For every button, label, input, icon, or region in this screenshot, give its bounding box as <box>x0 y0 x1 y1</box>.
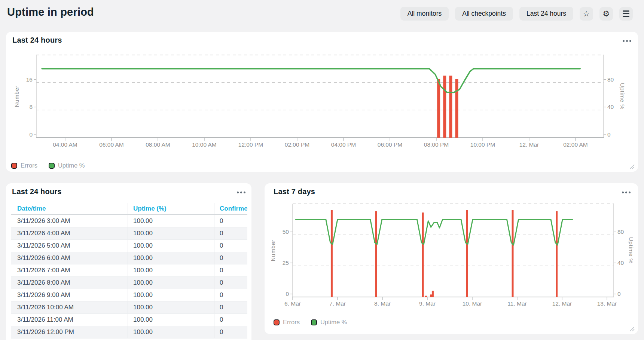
table-row: 3/11/2026 3:00 AM100.000 <box>11 215 247 227</box>
confirmed-errors-cell: 0 <box>214 301 247 313</box>
all-monitors-button[interactable]: All monitors <box>400 7 449 21</box>
confirmed-errors-cell: 0 <box>214 252 247 264</box>
table-row: 3/11/2026 6:00 AM100.000 <box>11 252 247 264</box>
datetime-cell: 3/11/2026 4:00 AM <box>11 227 128 239</box>
svg-text:8. Mar: 8. Mar <box>374 300 391 307</box>
column-header-datetime[interactable]: Date/time <box>11 203 128 214</box>
uptime-cell: 100.00 <box>128 301 214 313</box>
svg-text:0: 0 <box>607 131 611 138</box>
svg-text:12. Mar: 12. Mar <box>519 141 539 148</box>
resize-handle-icon[interactable] <box>629 326 635 331</box>
all-checkpoints-button[interactable]: All checkpoints <box>455 7 513 21</box>
legend-label: Errors <box>283 319 300 326</box>
period-filter-button[interactable]: Last 24 hours <box>519 7 573 21</box>
column-header-uptime[interactable]: Uptime (%) <box>128 203 214 214</box>
svg-text:02:00 PM: 02:00 PM <box>285 141 309 148</box>
settings-button[interactable]: ⚙ <box>599 7 613 21</box>
uptime-swatch-icon <box>49 163 55 169</box>
page-title: Uptime in period <box>7 6 94 18</box>
table-row: 3/11/2026 10:00 AM100.000 <box>11 301 247 314</box>
svg-text:Number: Number <box>270 239 276 261</box>
svg-text:9. Mar: 9. Mar <box>419 300 436 307</box>
table-row: 3/11/2026 4:00 AM100.000 <box>11 227 247 240</box>
svg-text:10. Mar: 10. Mar <box>463 300 482 307</box>
column-header-confirmed[interactable]: Confirme <box>214 203 247 214</box>
legend-label: Uptime % <box>58 162 85 169</box>
star-icon: ☆ <box>583 10 590 18</box>
confirmed-errors-cell: 0 <box>214 326 247 338</box>
svg-text:08:00 PM: 08:00 PM <box>424 141 449 148</box>
legend-item-errors[interactable]: Errors <box>274 319 300 326</box>
uptime-cell: 100.00 <box>128 314 214 326</box>
svg-text:10:00 AM: 10:00 AM <box>192 141 217 148</box>
confirmed-errors-cell: 0 <box>214 264 247 276</box>
card-menu-button[interactable] <box>237 192 245 193</box>
uptime-cell: 100.00 <box>128 215 214 227</box>
uptime-cell: 100.00 <box>128 326 214 338</box>
svg-text:7. Mar: 7. Mar <box>329 300 346 307</box>
datetime-cell: 3/11/2026 9:00 AM <box>11 289 128 301</box>
menu-button[interactable] <box>619 7 633 21</box>
page-header: Uptime in period All monitors All checkp… <box>0 0 644 27</box>
table-row: 3/11/2026 11:00 AM100.000 <box>11 314 247 326</box>
table-header-row: Date/time Uptime (%) Confirme <box>11 203 247 215</box>
svg-text:11. Mar: 11. Mar <box>507 300 527 307</box>
svg-text:04:00 AM: 04:00 AM <box>53 141 77 148</box>
svg-text:80: 80 <box>617 229 624 235</box>
svg-text:08:00 AM: 08:00 AM <box>146 141 170 148</box>
svg-text:50: 50 <box>283 229 289 235</box>
svg-text:0: 0 <box>286 291 289 297</box>
legend-item-uptime[interactable]: Uptime % <box>49 162 85 169</box>
chart-legend: Errors Uptime % <box>274 319 347 326</box>
resize-handle-icon[interactable] <box>629 163 635 169</box>
datetime-cell: 3/11/2026 7:00 AM <box>11 264 128 276</box>
svg-text:16: 16 <box>26 76 33 83</box>
datetime-cell: 3/11/2026 3:00 AM <box>11 215 128 227</box>
confirmed-errors-cell: 0 <box>214 277 247 289</box>
chart-legend: Errors Uptime % <box>11 162 85 169</box>
svg-text:8: 8 <box>29 104 33 110</box>
table-row: 3/11/2026 8:00 AM100.000 <box>11 277 247 289</box>
svg-text:12:00 PM: 12:00 PM <box>238 141 263 148</box>
legend-item-uptime[interactable]: Uptime % <box>311 319 347 326</box>
table-body: 3/11/2026 3:00 AM100.0003/11/2026 4:00 A… <box>11 215 247 339</box>
table-row: 3/11/2026 12:00 PM100.000 <box>11 326 247 339</box>
header-actions: All monitors All checkpoints Last 24 hou… <box>400 7 633 21</box>
favorite-button[interactable]: ☆ <box>580 7 593 21</box>
card-last-24-hours-chart: Last 24 hours 08160408004:00 AM06:00 AM0… <box>6 32 638 172</box>
confirmed-errors-cell: 0 <box>214 227 247 239</box>
datetime-cell: 3/11/2026 6:00 AM <box>11 252 128 264</box>
confirmed-errors-cell: 0 <box>214 289 247 301</box>
uptime-cell: 100.00 <box>128 289 214 301</box>
svg-text:04:00 PM: 04:00 PM <box>331 141 356 148</box>
legend-item-errors[interactable]: Errors <box>11 162 37 169</box>
uptime-cell: 100.00 <box>128 252 214 264</box>
table-row: 3/11/2026 7:00 AM100.000 <box>11 264 247 277</box>
uptime-cell: 100.00 <box>128 227 214 239</box>
errors-swatch-icon <box>274 319 280 325</box>
svg-text:13. Mar: 13. Mar <box>597 300 617 307</box>
legend-label: Uptime % <box>320 319 347 326</box>
confirmed-errors-cell: 0 <box>214 314 247 326</box>
uptime-cell: 100.00 <box>128 264 214 276</box>
datetime-cell: 3/11/2026 12:00 PM <box>11 326 128 338</box>
datetime-cell: 3/11/2026 10:00 AM <box>11 301 128 313</box>
card-last-7-days-chart: Last 7 days 02550040806. Mar7. Mar8. Mar… <box>265 183 638 334</box>
uptime-24h-chart: 08160408004:00 AM06:00 AM08:00 AM10:00 A… <box>6 32 638 172</box>
errors-swatch-icon <box>11 163 17 169</box>
table-row: 3/11/2026 9:00 AM100.000 <box>11 289 247 301</box>
svg-text:02:00 AM: 02:00 AM <box>563 141 588 148</box>
hamburger-icon <box>623 10 629 17</box>
uptime-table: Date/time Uptime (%) Confirme 3/11/2026 … <box>11 203 247 339</box>
card-title: Last 24 hours <box>12 187 62 196</box>
svg-text:25: 25 <box>283 260 289 266</box>
card-last-24-hours-table: Last 24 hours Date/time Uptime (%) Confi… <box>6 183 251 340</box>
uptime-swatch-icon <box>311 319 317 325</box>
uptime-7d-chart: 02550040806. Mar7. Mar8. Mar9. Mar10. Ma… <box>265 183 638 334</box>
svg-text:40: 40 <box>607 104 614 110</box>
svg-text:12. Mar: 12. Mar <box>552 300 572 307</box>
confirmed-errors-cell: 0 <box>214 215 247 227</box>
uptime-cell: 100.00 <box>128 277 214 289</box>
svg-text:0: 0 <box>617 291 621 297</box>
datetime-cell: 3/11/2026 5:00 AM <box>11 240 128 252</box>
